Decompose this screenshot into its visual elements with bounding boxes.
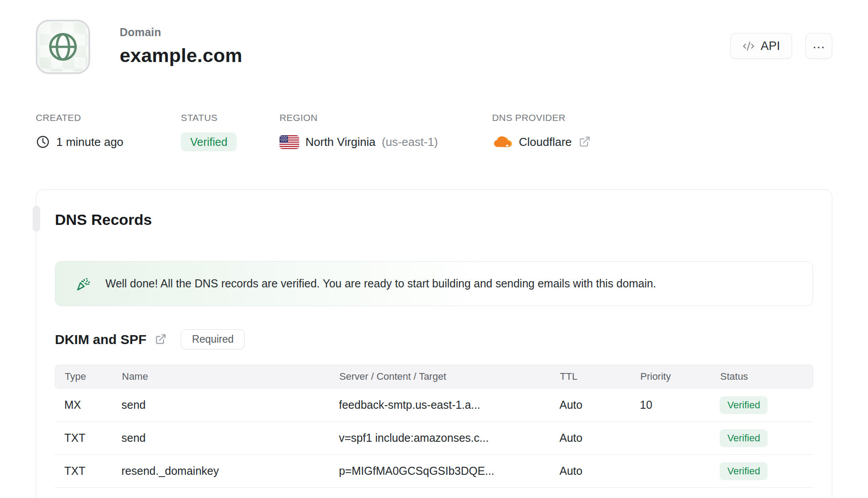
cell-type: TXT [64, 432, 121, 444]
external-link-icon[interactable] [154, 333, 167, 345]
code-icon [743, 40, 755, 52]
record-status-badge: Verified [720, 429, 768, 447]
scrollbar-thumb[interactable] [33, 206, 40, 232]
column-header-ttl: TTL [560, 371, 640, 382]
cell-ttl: Auto [559, 398, 640, 411]
status-badge: Verified [181, 133, 237, 151]
more-options-button[interactable]: ... [805, 33, 832, 59]
meta-dns-provider: DNS PROVIDER Cloudflare [492, 112, 591, 151]
dns-records-title: DNS Records [55, 211, 152, 228]
api-button-label: API [760, 39, 780, 53]
table-row: TXT resend._domainkey p=MIGfMA0GCSqGSIb3… [55, 455, 813, 488]
table-header-row: Type Name Server / Content / Target TTL … [55, 365, 813, 389]
region-code: (us-east-1) [382, 135, 438, 149]
dns-provider-value: Cloudflare [519, 135, 572, 149]
header-text: Domain example.com [120, 26, 242, 66]
column-header-priority: Priority [640, 371, 720, 382]
meta-status: STATUS Verified [181, 112, 237, 151]
us-flag-icon [280, 135, 299, 149]
meta-region: REGION [280, 112, 438, 151]
dns-provider-label: DNS PROVIDER [492, 112, 591, 123]
cell-content[interactable]: v=spf1 include:amazonses.c... [339, 432, 559, 444]
created-value: 1 minute ago [56, 135, 123, 149]
column-header-status: Status [720, 371, 813, 382]
cell-name: send [121, 398, 339, 411]
dkim-spf-title: DKIM and SPF [55, 332, 146, 347]
domain-avatar [36, 20, 90, 74]
cell-name: resend._domainkey [121, 465, 339, 477]
cell-type: MX [64, 398, 121, 411]
globe-icon [46, 30, 79, 63]
table-row: TXT send v=spf1 include:amazonses.c... A… [55, 422, 813, 455]
region-label: REGION [280, 112, 438, 123]
cell-name: send [121, 432, 339, 444]
cell-priority: 10 [640, 398, 720, 411]
cell-type: TXT [64, 465, 121, 477]
clock-icon [36, 135, 50, 149]
cloudflare-icon [492, 135, 513, 149]
domain-kicker-label: Domain [120, 26, 242, 39]
status-label: STATUS [181, 112, 237, 123]
dns-records-card: DNS Records Well done! All the DNS recor… [36, 189, 832, 498]
cell-ttl: Auto [559, 432, 640, 444]
cell-content[interactable]: p=MIGfMA0GCSqGSIb3DQE... [339, 465, 559, 477]
page-title: example.com [120, 45, 242, 66]
ellipsis-icon: ... [813, 36, 825, 51]
header-actions: API ... [730, 33, 832, 59]
region-value: North Virginia [305, 135, 376, 149]
cell-content[interactable]: feedback-smtp.us-east-1.a... [339, 398, 559, 411]
column-header-type: Type [65, 371, 122, 382]
verified-success-alert: Well done! All the DNS records are verif… [55, 261, 813, 306]
external-link-icon[interactable] [578, 136, 591, 148]
dns-records-table: Type Name Server / Content / Target TTL … [55, 365, 813, 488]
column-header-name: Name [122, 371, 339, 382]
record-status-badge: Verified [720, 396, 768, 414]
domain-detail-page: Domain example.com API ... CREATED 1 min… [0, 0, 868, 498]
meta-created: CREATED 1 minute ago [36, 112, 123, 151]
alert-message: Well done! All the DNS records are verif… [105, 277, 656, 290]
dkim-spf-section-header: DKIM and SPF Required [55, 329, 245, 349]
confetti-icon [75, 276, 91, 292]
api-button[interactable]: API [730, 33, 792, 59]
created-label: CREATED [36, 112, 123, 123]
required-badge: Required [181, 329, 245, 349]
cell-ttl: Auto [559, 465, 640, 477]
record-status-badge: Verified [720, 462, 768, 480]
table-row: MX send feedback-smtp.us-east-1.a... Aut… [55, 389, 813, 422]
column-header-content: Server / Content / Target [339, 371, 560, 382]
